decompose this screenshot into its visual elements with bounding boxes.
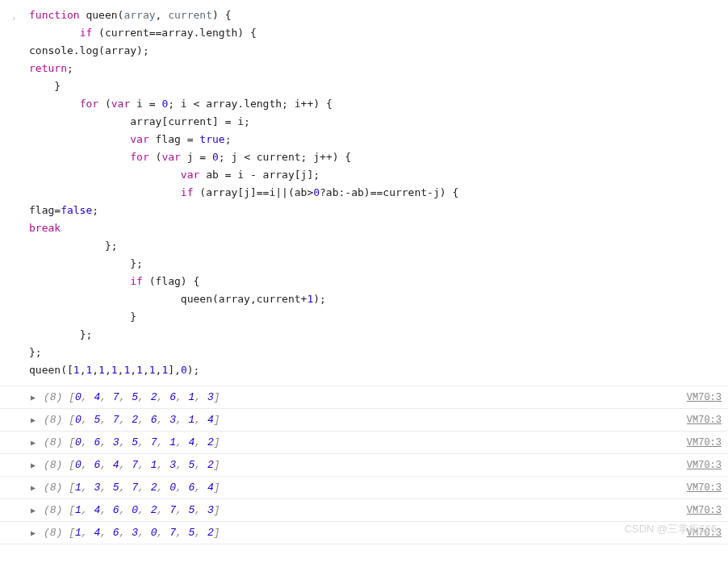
output-array[interactable]: (8) [0, 6, 3, 5, 7, 1, 4, 2] (29, 436, 687, 448)
code-line: for (var j = 0; j < current; j++) { (29, 148, 728, 166)
code-line: }; (29, 255, 728, 273)
watermark-text: CSDN @三掌柜666 (625, 522, 717, 536)
output-array[interactable]: (8) [1, 4, 6, 3, 0, 7, 5, 2] (29, 527, 687, 539)
code-line: flag=false; (29, 202, 728, 219)
code-line: array[current] = i; (29, 113, 728, 131)
console-output-row: ▶(8) [0, 6, 4, 7, 1, 3, 5, 2]VM70:3 (0, 454, 728, 477)
expand-triangle-icon[interactable]: ▶ (31, 461, 36, 470)
code-line: console.log(array); (29, 42, 728, 60)
code-line: for (var i = 0; i < array.length; i++) { (29, 95, 728, 113)
code-line: if (array[j]==i||(ab>0?ab:-ab)==current-… (29, 184, 728, 202)
source-link[interactable]: VM70:3 (687, 460, 722, 471)
input-prompt-icon: › (11, 10, 17, 27)
console-container: › function queen(array, current) { if (c… (0, 0, 728, 544)
code-line: function queen(array, current) { (29, 6, 728, 24)
expand-triangle-icon[interactable]: ▶ (31, 438, 36, 448)
code-line: queen(array,current+1); (29, 290, 728, 308)
code-line: break (29, 219, 728, 237)
code-line: }; (29, 237, 728, 255)
source-link[interactable]: VM70:3 (687, 437, 722, 448)
output-array[interactable]: (8) [1, 3, 5, 7, 2, 0, 6, 4] (29, 482, 687, 494)
source-link[interactable]: VM70:3 (687, 392, 722, 403)
expand-triangle-icon[interactable]: ▶ (31, 415, 36, 425)
console-output-row: ▶(8) [0, 4, 7, 5, 2, 6, 1, 3]VM70:3 (0, 386, 728, 409)
expand-triangle-icon[interactable]: ▶ (31, 483, 36, 493)
console-output-row: ▶(8) [1, 3, 5, 7, 2, 0, 6, 4]VM70:3 (0, 477, 728, 499)
console-output-row: ▶(8) [0, 6, 3, 5, 7, 1, 4, 2]VM70:3 (0, 432, 728, 454)
code-line: } (29, 77, 728, 95)
code-line: var flag = true; (29, 131, 728, 148)
source-link[interactable]: VM70:3 (687, 505, 722, 516)
output-array[interactable]: (8) [0, 5, 7, 2, 6, 3, 1, 4] (29, 414, 687, 426)
code-line: }; (29, 344, 728, 361)
code-input-block: › function queen(array, current) { if (c… (0, 0, 728, 386)
console-output-row: ▶(8) [1, 4, 6, 0, 2, 7, 5, 3]VM70:3 (0, 499, 728, 522)
code-line: if (flag) { (29, 273, 728, 290)
console-output-row: ▶(8) [1, 4, 6, 3, 0, 7, 5, 2]VM70:3 (0, 522, 728, 544)
source-link[interactable]: VM70:3 (687, 415, 722, 426)
code-line: } (29, 308, 728, 326)
code-line: }; (29, 326, 728, 344)
output-array[interactable]: (8) [0, 6, 4, 7, 1, 3, 5, 2] (29, 459, 687, 471)
output-array[interactable]: (8) [0, 4, 7, 5, 2, 6, 1, 3] (29, 391, 687, 403)
source-link[interactable]: VM70:3 (687, 482, 722, 494)
code-line: var ab = i - array[j]; (29, 166, 728, 184)
code-line: return; (29, 60, 728, 77)
output-array[interactable]: (8) [1, 4, 6, 0, 2, 7, 5, 3] (29, 504, 687, 516)
code-line: queen([1,1,1,1,1,1,1,1],0); (29, 361, 728, 379)
code-line: if (current==array.length) { (29, 24, 728, 42)
expand-triangle-icon[interactable]: ▶ (31, 506, 36, 515)
expand-triangle-icon[interactable]: ▶ (31, 528, 36, 538)
console-output-row: ▶(8) [0, 5, 7, 2, 6, 3, 1, 4]VM70:3 (0, 409, 728, 432)
expand-triangle-icon[interactable]: ▶ (31, 393, 36, 402)
